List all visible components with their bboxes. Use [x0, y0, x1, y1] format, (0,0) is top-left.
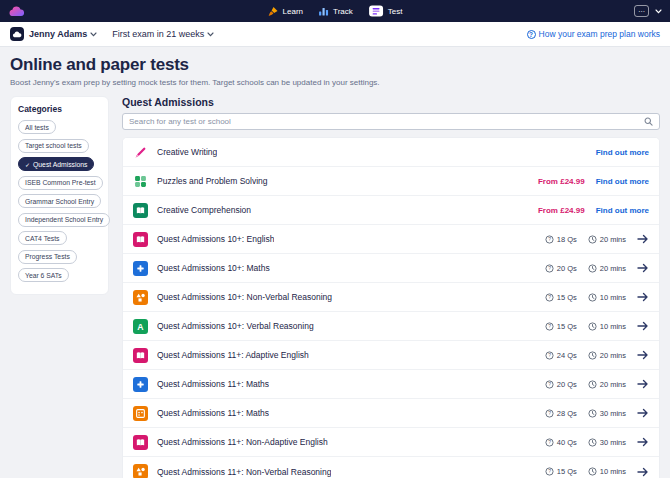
tests-section: Quest Admissions Creative WritingFind ou…	[122, 96, 660, 478]
exam-countdown-selector[interactable]: First exam in 21 weeks	[112, 29, 214, 39]
clock-icon	[588, 438, 597, 447]
category-pill[interactable]: Progress Tests	[18, 250, 77, 264]
book-icon	[133, 232, 148, 247]
test-row[interactable]: Creative WritingFind out more	[123, 138, 659, 167]
atom-logo-icon[interactable]	[8, 6, 25, 17]
category-label: Independent School Entry	[25, 216, 103, 223]
tab-learn[interactable]: Learn	[263, 4, 308, 19]
category-label: ISEB Common Pre-test	[25, 179, 96, 186]
row-actions: ?20 Qs20 mins	[545, 379, 649, 389]
arrow-right-icon[interactable]	[637, 379, 649, 389]
category-pill[interactable]: ✓Quest Admissions	[18, 157, 94, 171]
help-link[interactable]: ? How your exam prep plan works	[527, 29, 660, 39]
svg-text:?: ?	[548, 411, 551, 416]
row-actions: ?28 Qs30 mins	[545, 408, 649, 418]
find-out-more-link[interactable]: Find out more	[596, 177, 649, 186]
find-out-more-link[interactable]: Find out more	[596, 206, 649, 215]
puzzle-icon	[133, 174, 148, 189]
test-title: Quest Admissions 10+: English	[157, 234, 274, 244]
search-bar[interactable]	[122, 113, 660, 130]
test-title: Quest Admissions 11+: Non-Adaptive Engli…	[157, 437, 328, 447]
user-selector[interactable]: Jenny Adams	[29, 29, 97, 39]
test-row[interactable]: Puzzles and Problem SolvingFrom £24.99Fi…	[123, 167, 659, 196]
arrow-right-icon[interactable]	[637, 234, 649, 244]
row-actions: ?15 Qs10 mins	[545, 467, 649, 477]
svg-text:A: A	[137, 321, 144, 331]
test-row[interactable]: Quest Admissions 10+: English?18 Qs20 mi…	[123, 225, 659, 254]
category-pill[interactable]: CAT4 Tests	[18, 231, 67, 245]
question-count: ?15 Qs	[545, 322, 577, 331]
duration: 30 mins	[588, 438, 626, 447]
test-title: Quest Admissions 11+: Maths	[157, 379, 269, 389]
tab-label: Test	[388, 7, 403, 16]
test-row[interactable]: Quest Admissions 10+: Maths?20 Qs20 mins	[123, 254, 659, 283]
topnav-chevron-button[interactable]	[655, 5, 662, 17]
arrow-right-icon[interactable]	[637, 350, 649, 360]
category-label: Quest Admissions	[33, 161, 87, 168]
duration: 10 mins	[588, 322, 626, 331]
clock-icon	[588, 467, 597, 476]
question-count: ?15 Qs	[545, 467, 577, 476]
avatar[interactable]	[10, 27, 24, 41]
row-actions: ?15 Qs10 mins	[545, 292, 649, 302]
primary-tabs: LearnTrackTest	[263, 0, 408, 22]
clock-icon	[588, 264, 597, 273]
category-list: All testsTarget school tests✓Quest Admis…	[18, 120, 101, 282]
cloud-icon	[12, 31, 22, 38]
book-icon	[133, 203, 148, 218]
duration: 10 mins	[588, 293, 626, 302]
category-label: Grammar School Entry	[25, 198, 94, 205]
chevron-down-icon	[655, 9, 662, 14]
row-actions: ?15 Qs10 mins	[545, 321, 649, 331]
ellipsis-icon: ⋯	[638, 8, 645, 15]
test-row[interactable]: Quest Admissions 10+: Non-Verbal Reasoni…	[123, 283, 659, 312]
search-input[interactable]	[129, 117, 639, 126]
pen-icon	[133, 145, 148, 160]
test-row[interactable]: AQuest Admissions 10+: Verbal Reasoning?…	[123, 312, 659, 341]
test-row[interactable]: Quest Admissions 11+: Maths?28 Qs30 mins	[123, 399, 659, 428]
category-label: Year 6 SATs	[25, 272, 62, 279]
test-row[interactable]: Quest Admissions 11+: Maths?20 Qs20 mins	[123, 370, 659, 399]
arrow-right-icon[interactable]	[637, 467, 649, 477]
test-list: Creative WritingFind out morePuzzles and…	[122, 137, 660, 478]
test-row[interactable]: Quest Admissions 11+: Non-Adaptive Engli…	[123, 428, 659, 457]
arrow-right-icon[interactable]	[637, 437, 649, 447]
tab-test[interactable]: Test	[364, 3, 408, 19]
book-icon	[133, 435, 148, 450]
category-pill[interactable]: Target school tests	[18, 139, 89, 153]
shapes-icon	[133, 464, 148, 478]
chart-icon	[319, 6, 329, 16]
categories-panel: Categories All testsTarget school tests✓…	[10, 96, 109, 295]
arrow-right-icon[interactable]	[637, 263, 649, 273]
duration: 20 mins	[588, 351, 626, 360]
find-out-more-link[interactable]: Find out more	[596, 148, 649, 157]
question-icon: ?	[545, 351, 554, 360]
topnav-menu-button[interactable]: ⋯	[634, 5, 649, 17]
arrow-right-icon[interactable]	[637, 408, 649, 418]
svg-text:?: ?	[548, 295, 551, 300]
category-pill[interactable]: Independent School Entry	[18, 213, 110, 227]
tab-track[interactable]: Track	[314, 4, 358, 18]
row-actions: Find out more	[596, 148, 649, 157]
test-row[interactable]: Quest Admissions 11+: Non-Verbal Reasoni…	[123, 457, 659, 478]
row-actions: ?40 Qs30 mins	[545, 437, 649, 447]
category-pill[interactable]: ISEB Common Pre-test	[18, 176, 103, 190]
main-content: Online and paper tests Boost Jenny's exa…	[0, 47, 670, 478]
question-count: ?20 Qs	[545, 380, 577, 389]
test-row[interactable]: Creative ComprehensionFrom £24.99Find ou…	[123, 196, 659, 225]
arrow-right-icon[interactable]	[637, 292, 649, 302]
price-label: From £24.99	[538, 177, 585, 186]
question-count: ?24 Qs	[545, 351, 577, 360]
category-pill[interactable]: Grammar School Entry	[18, 194, 101, 208]
test-row[interactable]: Quest Admissions 11+: Adaptive English?2…	[123, 341, 659, 370]
category-label: All tests	[25, 124, 49, 131]
question-icon: ?	[545, 235, 554, 244]
page-title: Online and paper tests	[10, 55, 660, 75]
svg-text:?: ?	[548, 266, 551, 271]
category-pill[interactable]: All tests	[18, 120, 56, 134]
arrow-right-icon[interactable]	[637, 321, 649, 331]
shapes-icon	[133, 290, 148, 305]
letter-a-icon: A	[133, 319, 148, 334]
row-actions: ?24 Qs20 mins	[545, 350, 649, 360]
category-pill[interactable]: Year 6 SATs	[18, 268, 69, 282]
